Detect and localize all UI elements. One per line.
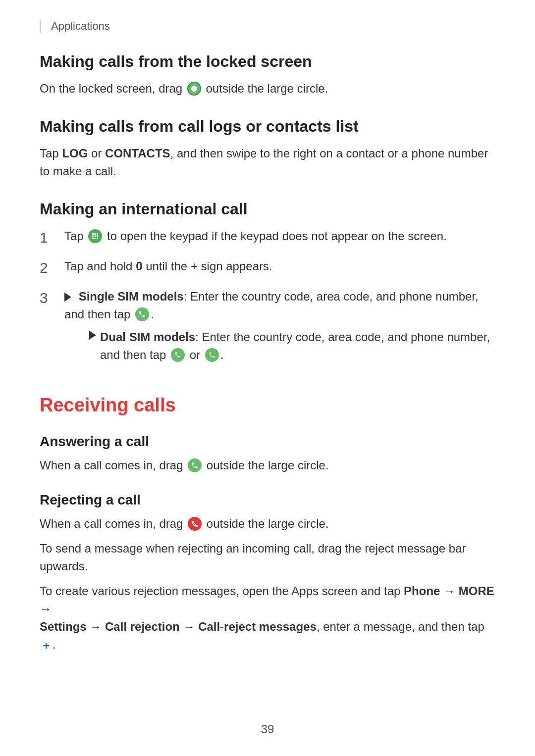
step-content-1: Tap to (64, 227, 495, 245)
rejecting-drag-icon (188, 517, 202, 531)
section-international-call: Making an international call 1 Tap (40, 200, 495, 370)
heading-locked-screen: Making calls from the locked screen (40, 52, 495, 71)
svg-rect-3 (92, 235, 94, 237)
keypad-icon (88, 229, 102, 243)
step-2: 2 Tap and hold 0 until the + sign appear… (40, 257, 495, 279)
callrej-nav-label: Call rejection (105, 620, 180, 633)
log-label: LOG (62, 147, 88, 160)
single-sim-label: Single SIM models (79, 290, 184, 303)
heading-call-logs: Making calls from call logs or contacts … (40, 117, 495, 136)
section-making-calls-logs: Making calls from call logs or contacts … (40, 117, 495, 180)
section-answering: Answering a call When a call comes in, d… (40, 434, 495, 474)
body-call-logs: Tap LOG or CONTACTS, and then swipe to t… (40, 145, 495, 180)
or-text: or (190, 348, 204, 361)
more-nav-label: MORE (459, 584, 494, 598)
svg-rect-1 (95, 233, 96, 235)
section-receiving-calls: Receiving calls Answering a call When a … (40, 395, 495, 654)
body-locked-screen: On the locked screen, drag outside the l… (40, 80, 495, 98)
step3-triangle (64, 293, 71, 302)
contacts-label: CONTACTS (105, 147, 170, 160)
page-container: Applications Making calls from the locke… (0, 0, 535, 756)
heading-answering: Answering a call (40, 434, 495, 450)
body-answering: When a call comes in, drag outside the l… (40, 456, 495, 474)
settings-nav-label: Settings (40, 620, 87, 633)
svg-rect-4 (95, 235, 96, 237)
svg-rect-7 (95, 238, 96, 239)
body-rejecting-1: When a call comes in, drag outside the l… (40, 515, 495, 533)
step-number-3: 3 (40, 287, 64, 309)
step-content-2: Tap and hold 0 until the + sign appears. (64, 257, 495, 275)
svg-rect-2 (97, 233, 98, 235)
zero-label: 0 (136, 259, 142, 273)
plus-icon: ＋ (41, 637, 52, 654)
heading-receiving-calls: Receiving calls (40, 395, 495, 416)
callrejmsgs-nav-label: Call-reject messages (198, 620, 317, 633)
step-3: 3 Single SIM models: Enter the country c… (40, 288, 495, 370)
breadcrumb: Applications (40, 20, 495, 33)
step-1: 1 Tap (40, 227, 495, 249)
dual-sim-text: Dual SIM models: Enter the country code,… (100, 328, 495, 364)
heading-international: Making an international call (40, 200, 495, 218)
phone-sim2-icon (205, 348, 219, 362)
phone-sim1-icon (171, 348, 185, 362)
step3-sub-triangle (89, 331, 96, 340)
phone-green-icon-1 (135, 307, 149, 321)
svg-rect-6 (92, 238, 94, 239)
step-content-3: Single SIM models: Enter the country cod… (64, 288, 495, 370)
dual-sim-block: Dual SIM models: Enter the country code,… (89, 328, 495, 364)
svg-rect-5 (97, 235, 98, 237)
section-making-calls-locked: Making calls from the locked screen On t… (40, 52, 495, 98)
step-number-1: 1 (40, 226, 64, 249)
svg-rect-0 (92, 233, 94, 235)
phone-nav-label: Phone (404, 584, 440, 598)
step-number-2: 2 (40, 256, 64, 279)
body-rejecting-2: To send a message when rejecting an inco… (40, 540, 495, 575)
section-rejecting: Rejecting a call When a call comes in, d… (40, 492, 495, 654)
dual-sim-item: Dual SIM models: Enter the country code,… (89, 328, 495, 364)
heading-rejecting: Rejecting a call (40, 492, 495, 508)
dual-sim-label: Dual SIM models (100, 330, 195, 344)
international-steps: 1 Tap (40, 227, 495, 370)
page-number: 39 (0, 722, 535, 736)
locked-screen-drag-icon (187, 82, 201, 96)
answering-drag-icon (188, 458, 202, 472)
body-rejecting-3: To create various rejection messages, op… (40, 582, 495, 654)
svg-rect-8 (97, 238, 98, 239)
